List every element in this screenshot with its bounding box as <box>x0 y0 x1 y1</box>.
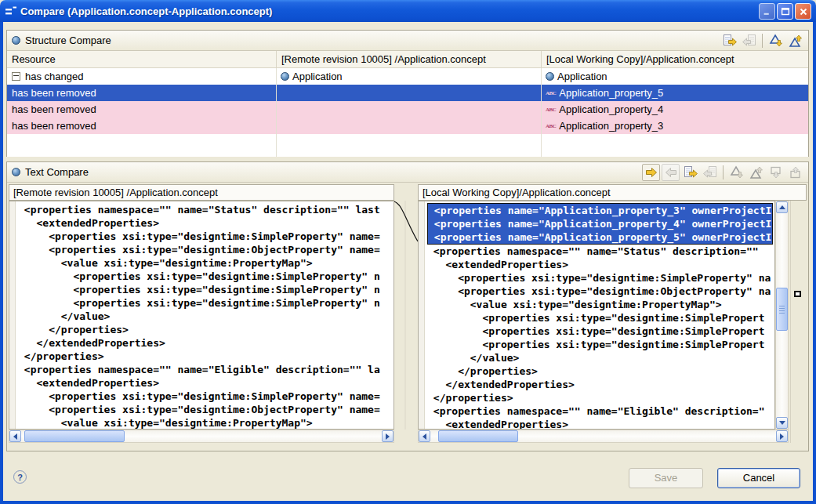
code-line[interactable]: </extendedProperties> <box>427 378 774 391</box>
code-line[interactable]: <properties xsi:type="designtime:SimpleP… <box>18 230 393 243</box>
remote-cell <box>277 118 542 134</box>
overview-diff-marker[interactable] <box>794 291 801 297</box>
left-code-content: <properties namespace="" name="Status" d… <box>16 201 393 429</box>
code-line[interactable]: <extendedProperties> <box>18 376 393 390</box>
code-line[interactable]: <properties name="Application_property_5… <box>428 230 772 244</box>
structure-row[interactable]: has been removedABCApplication_property_… <box>7 101 808 118</box>
code-line[interactable]: <properties xsi:type="designtime:SimpleP… <box>18 283 393 296</box>
code-line[interactable]: </value> <box>427 351 774 364</box>
scroll-up-button[interactable] <box>776 201 788 213</box>
structure-row[interactable]: has been removedABCApplication_property_… <box>7 118 808 134</box>
copy-all-right-to-left-icon[interactable] <box>662 164 680 181</box>
titlebar: Compare (Application.concept-Application… <box>0 0 816 22</box>
code-line[interactable]: <properties xsi:type="designtime:ObjectP… <box>18 403 393 416</box>
code-line[interactable]: <value xsi:type="designtime:PropertyMap"… <box>18 416 393 429</box>
select-next-change-icon[interactable] <box>767 32 785 49</box>
code-line[interactable]: <properties namespace="" name="Eligible"… <box>427 404 774 418</box>
cancel-button[interactable]: Cancel <box>717 468 800 488</box>
code-line[interactable]: <extendedProperties> <box>427 258 774 271</box>
code-line[interactable]: </extendedProperties> <box>18 336 393 350</box>
close-button[interactable] <box>795 3 811 20</box>
right-horizontal-scrollbar[interactable] <box>418 430 789 443</box>
code-line[interactable]: </value> <box>18 310 393 323</box>
local-label: Application <box>557 71 607 82</box>
column-header-resource[interactable]: Resource <box>7 51 277 67</box>
code-line[interactable]: <properties namespace="" name="Status" d… <box>18 203 393 216</box>
right-code-content: <properties name="Application_property_3… <box>425 201 774 429</box>
horizontal-scroll-thumb[interactable] <box>24 430 125 442</box>
column-header-remote[interactable]: [Remote revision 10005] /Application.con… <box>277 51 542 67</box>
column-divider <box>541 68 542 157</box>
structure-compare-icon <box>12 36 20 45</box>
window-frame-right <box>813 22 816 504</box>
next-difference-icon[interactable] <box>727 164 745 181</box>
code-line[interactable]: <properties namespace="" name="Status" d… <box>427 245 774 258</box>
code-line[interactable]: <properties xsi:type="designtime:SimpleP… <box>18 390 393 403</box>
code-line[interactable]: <value xsi:type="designtime:PropertyMap"… <box>18 256 393 270</box>
structure-row[interactable]: has changedApplicationApplication <box>7 68 808 85</box>
tree-expander-icon[interactable] <box>12 72 20 81</box>
toolbar-separator <box>762 34 763 48</box>
code-line[interactable]: <extendedProperties> <box>18 216 393 230</box>
code-line[interactable]: <value xsi:type="designtime:PropertyMap"… <box>427 298 774 311</box>
scroll-right-button[interactable] <box>776 430 788 442</box>
code-line[interactable]: <extendedProperties> <box>427 418 774 429</box>
code-line[interactable]: <properties namespace="" name="Eligible"… <box>18 363 393 376</box>
right-vertical-scrollbar[interactable] <box>775 201 789 430</box>
diff-connector-curve <box>394 201 418 430</box>
previous-difference-icon[interactable] <box>747 164 765 181</box>
code-line[interactable]: </properties> <box>18 323 393 336</box>
code-line[interactable]: <properties xsi:type="designtime:SimpleP… <box>427 271 774 285</box>
structure-compare-title: Structure Compare <box>25 34 111 46</box>
code-line[interactable]: </properties> <box>427 364 774 378</box>
structure-row[interactable]: has been removedABCApplication_property_… <box>7 85 808 101</box>
selected-diff-block[interactable]: <properties name="Application_property_3… <box>427 203 773 245</box>
previous-change-icon[interactable] <box>786 164 804 181</box>
next-change-icon[interactable] <box>767 164 785 181</box>
string-property-icon: ABC <box>546 90 556 96</box>
code-line[interactable]: <properties xsi:type="designtime:ObjectP… <box>427 285 774 298</box>
copy-current-change-right-to-left-icon[interactable] <box>701 164 719 181</box>
copy-current-change-left-to-right-icon[interactable] <box>681 164 699 181</box>
save-button[interactable]: Save <box>629 468 703 488</box>
overview-ruler <box>790 201 803 443</box>
structure-compare-header: Structure Compare <box>7 31 808 51</box>
text-compare-header: Text Compare <box>7 162 808 183</box>
scroll-left-button[interactable] <box>9 430 21 442</box>
remote-label: Application <box>292 71 343 82</box>
code-line[interactable]: <properties xsi:type="designtime:SimpleP… <box>18 270 393 283</box>
code-line[interactable]: <properties xsi:type="designtime:SimpleP… <box>18 296 393 310</box>
left-code-pane[interactable]: <properties namespace="" name="Status" d… <box>9 201 394 430</box>
code-line[interactable]: <properties name="Application_property_4… <box>428 217 772 230</box>
scroll-left-button[interactable] <box>419 430 430 442</box>
column-header-local[interactable]: [Local Working Copy]/Application.concept <box>542 51 808 67</box>
window-title: Compare (Application.concept-Application… <box>20 5 272 17</box>
code-line[interactable]: <properties xsi:type="designtime:SimpleP… <box>427 325 774 338</box>
left-horizontal-scrollbar[interactable] <box>9 430 394 443</box>
help-button[interactable]: ? <box>13 470 27 484</box>
column-divider <box>276 68 277 157</box>
vertical-scroll-thumb[interactable] <box>776 288 788 331</box>
code-line[interactable]: <properties name="Application_property_3… <box>428 204 772 217</box>
code-line[interactable]: </properties> <box>427 391 774 404</box>
copy-all-left-to-right-icon[interactable] <box>642 164 660 181</box>
code-line[interactable]: <properties xsi:type="designtime:ObjectP… <box>18 243 393 256</box>
code-line[interactable]: <properties xsi:type="designtime:SimpleP… <box>427 338 774 351</box>
right-code-pane[interactable]: <properties name="Application_property_3… <box>418 201 775 430</box>
string-property-icon: ABC <box>546 123 556 129</box>
select-previous-change-icon[interactable] <box>786 32 804 49</box>
copy-current-change-left-to-right-icon[interactable] <box>720 32 738 49</box>
remote-cell: Application <box>277 68 542 85</box>
scroll-down-button[interactable] <box>776 417 788 429</box>
copy-current-change-right-to-left-icon[interactable] <box>740 32 758 49</box>
left-pane-gutter <box>9 201 16 429</box>
code-line[interactable]: </properties> <box>18 350 393 363</box>
minimize-button[interactable] <box>759 3 775 20</box>
local-cell: ABCApplication_property_3 <box>542 118 808 134</box>
maximize-button[interactable] <box>777 3 793 20</box>
resource-cell: has been removed <box>7 101 277 118</box>
horizontal-scroll-thumb[interactable] <box>438 430 518 442</box>
code-line[interactable]: <properties xsi:type="designtime:SimpleP… <box>427 311 774 325</box>
resource-label: has changed <box>25 71 83 82</box>
scroll-right-button[interactable] <box>382 430 393 442</box>
